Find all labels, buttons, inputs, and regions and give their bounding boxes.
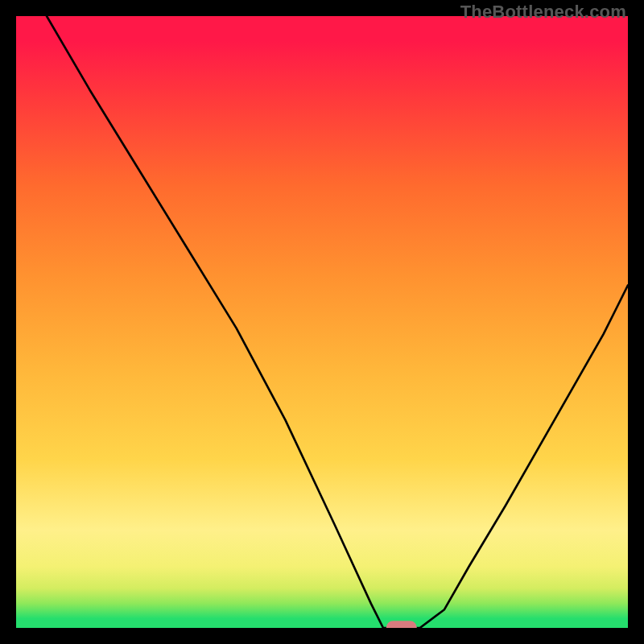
- plot-area: [16, 16, 628, 628]
- chart-svg: [16, 16, 628, 628]
- gradient-background: [16, 16, 628, 628]
- chart-frame: TheBottleneck.com: [0, 0, 644, 644]
- selected-point-marker: [386, 621, 417, 628]
- watermark-text: TheBottleneck.com: [460, 2, 626, 23]
